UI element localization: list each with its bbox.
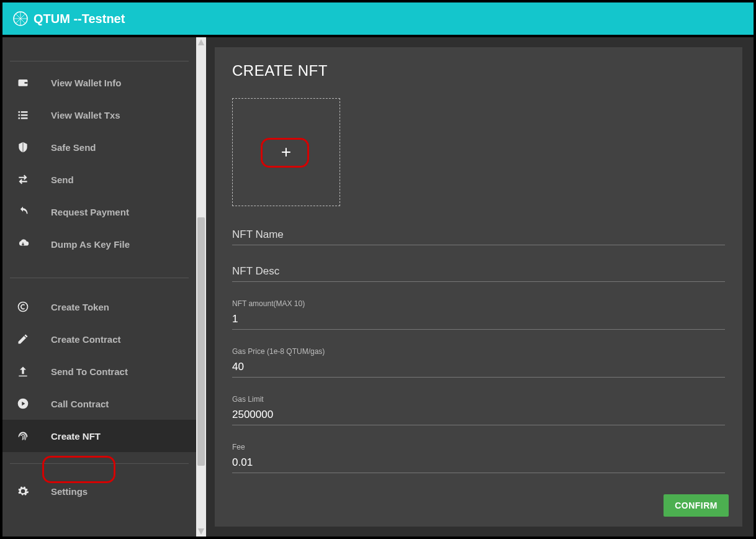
svg-rect-7 bbox=[19, 117, 20, 119]
svg-rect-3 bbox=[19, 111, 20, 113]
create-nft-card: CREATE NFT + NFT amount(MAX 10) Gas Pric… bbox=[215, 47, 742, 527]
nft-image-upload[interactable]: + bbox=[232, 98, 340, 206]
gas-limit-label: Gas Limit bbox=[232, 395, 725, 404]
app-title: QTUM --Testnet bbox=[34, 12, 125, 26]
sidebar-item-send[interactable]: Send bbox=[2, 163, 196, 196]
upload-icon bbox=[16, 365, 30, 378]
sidebar-item-label: Settings bbox=[51, 486, 88, 497]
page-title: CREATE NFT bbox=[232, 62, 725, 79]
confirm-button[interactable]: CONFIRM bbox=[664, 494, 729, 517]
nft-amount-input[interactable] bbox=[232, 310, 725, 330]
fee-input[interactable] bbox=[232, 454, 725, 473]
sidebar-item-create-token[interactable]: Create Token bbox=[2, 291, 196, 323]
sidebar-item-label: Request Payment bbox=[51, 207, 129, 217]
scrollbar-thumb[interactable] bbox=[197, 217, 205, 466]
plus-icon: + bbox=[281, 142, 291, 162]
sidebar-item-label: Send To Contract bbox=[51, 366, 128, 377]
nft-amount-label: NFT amount(MAX 10) bbox=[232, 299, 725, 308]
sidebar-item-label: Create Token bbox=[51, 302, 109, 312]
wallet-icon bbox=[16, 76, 30, 89]
shield-icon bbox=[16, 140, 30, 154]
app-header: QTUM --Testnet bbox=[2, 2, 754, 37]
sidebar-item-label: Create Contract bbox=[51, 334, 121, 345]
svg-point-9 bbox=[19, 302, 28, 312]
sidebar-item-request-payment[interactable]: Request Payment bbox=[2, 196, 196, 228]
main-content: CREATE NFT + NFT amount(MAX 10) Gas Pric… bbox=[206, 37, 754, 537]
sidebar-item-send-to-contract[interactable]: Send To Contract bbox=[2, 355, 196, 387]
sidebar-item-label: View Wallet Info bbox=[51, 78, 121, 88]
nft-desc-input[interactable] bbox=[232, 263, 725, 282]
copyright-icon bbox=[16, 300, 30, 314]
sidebar-item-label: Send bbox=[51, 174, 74, 185]
sidebar-scrollbar[interactable] bbox=[196, 37, 206, 537]
sidebar: View Wallet Info View Wallet Txs Safe Se… bbox=[2, 37, 206, 537]
sidebar-item-view-wallet-txs[interactable]: View Wallet Txs bbox=[2, 99, 196, 131]
undo-icon bbox=[16, 205, 30, 219]
nft-name-input[interactable] bbox=[232, 226, 725, 245]
sidebar-item-label: Create NFT bbox=[51, 431, 101, 442]
play-circle-icon bbox=[16, 397, 30, 410]
divider bbox=[10, 61, 189, 61]
svg-rect-4 bbox=[21, 111, 28, 113]
gas-price-input[interactable] bbox=[232, 358, 725, 378]
divider bbox=[10, 278, 189, 278]
gas-price-label: Gas Price (1e-8 QTUM/gas) bbox=[232, 347, 725, 356]
sidebar-item-create-nft[interactable]: Create NFT bbox=[2, 420, 196, 452]
swap-icon bbox=[16, 173, 30, 186]
sidebar-item-settings[interactable]: Settings bbox=[2, 475, 196, 507]
sidebar-item-label: Dump As Key File bbox=[51, 239, 130, 250]
divider bbox=[10, 463, 189, 464]
qtum-logo-icon bbox=[12, 11, 29, 27]
sidebar-item-label: Call Contract bbox=[51, 399, 109, 409]
pencil-icon bbox=[16, 332, 30, 346]
sidebar-item-view-wallet-info[interactable]: View Wallet Info bbox=[2, 66, 196, 99]
list-icon bbox=[16, 108, 30, 122]
sidebar-item-create-contract[interactable]: Create Contract bbox=[2, 323, 196, 355]
gas-limit-input[interactable] bbox=[232, 406, 725, 425]
svg-rect-6 bbox=[21, 114, 28, 116]
svg-rect-2 bbox=[25, 82, 28, 84]
sidebar-item-safe-send[interactable]: Safe Send bbox=[2, 131, 196, 163]
fingerprint-icon bbox=[16, 429, 30, 443]
sidebar-item-call-contract[interactable]: Call Contract bbox=[2, 387, 196, 420]
svg-rect-8 bbox=[21, 117, 28, 119]
cloud-download-icon bbox=[16, 237, 30, 251]
sidebar-item-label: Safe Send bbox=[51, 142, 96, 153]
gear-icon bbox=[16, 484, 30, 498]
fee-label: Fee bbox=[232, 443, 725, 451]
sidebar-item-dump-key-file[interactable]: Dump As Key File bbox=[2, 228, 196, 260]
svg-rect-5 bbox=[19, 114, 20, 116]
sidebar-item-label: View Wallet Txs bbox=[51, 110, 120, 120]
